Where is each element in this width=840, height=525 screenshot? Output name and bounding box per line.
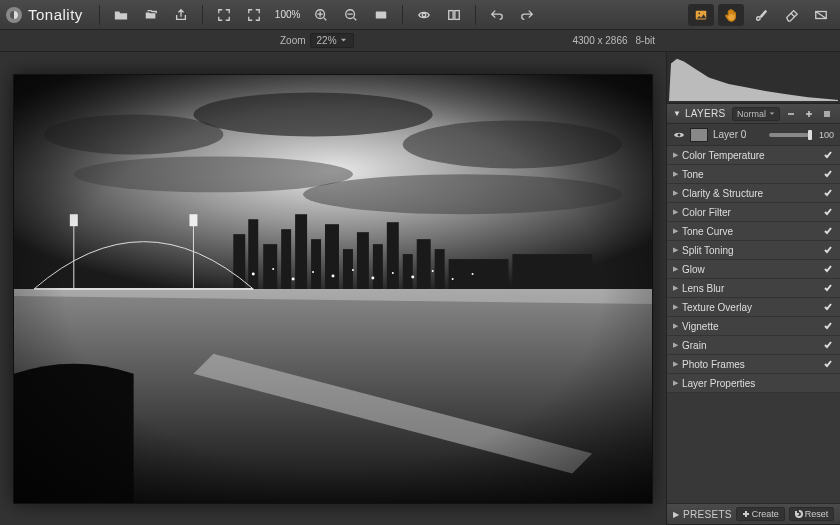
adjustment-checkbox[interactable] [822, 168, 834, 180]
layer-opacity-slider[interactable] [769, 133, 809, 137]
actual-size-button[interactable] [241, 4, 267, 26]
gradient-tool-button[interactable] [808, 4, 834, 26]
collapse-icon: ▼ [673, 109, 681, 118]
adjustment-checkbox[interactable] [822, 358, 834, 370]
chevron-right-icon: ▶ [673, 227, 678, 235]
chevron-right-icon: ▶ [673, 360, 678, 368]
chevron-right-icon: ▶ [673, 265, 678, 273]
export-button[interactable] [168, 4, 194, 26]
adjustment-label: Texture Overlay [682, 302, 818, 313]
layer-opacity-value: 100 [814, 130, 834, 140]
svg-rect-3 [376, 11, 387, 18]
redo-button[interactable] [514, 4, 540, 26]
zoom-out-button[interactable] [338, 4, 364, 26]
layers-header[interactable]: ▼ LAYERS Normal [667, 104, 840, 124]
brand: Tonality [6, 6, 83, 23]
adjustment-row[interactable]: ▶Clarity & Structure [667, 184, 840, 203]
preview-toggle-button[interactable] [411, 4, 437, 26]
chevron-right-icon: ▶ [673, 322, 678, 330]
adjustment-checkbox[interactable] [822, 301, 834, 313]
chevron-right-icon: ▶ [673, 208, 678, 216]
adjustment-row[interactable]: ▶Tone Curve [667, 222, 840, 241]
blend-mode-select[interactable]: Normal [732, 107, 780, 121]
chevron-right-icon: ▶ [673, 246, 678, 254]
chevron-right-icon: ▶ [673, 170, 678, 178]
compare-button[interactable] [441, 4, 467, 26]
expand-icon: ▶ [673, 510, 679, 519]
info-bar: Zoom 22% 4300 x 2866 8-bit [0, 30, 840, 52]
canvas-area[interactable] [0, 52, 666, 525]
eraser-tool-button[interactable] [778, 4, 804, 26]
main-toolbar: Tonality 100% [0, 0, 840, 30]
layer-name[interactable]: Layer 0 [713, 129, 764, 140]
adjustment-row[interactable]: ▶Texture Overlay [667, 298, 840, 317]
adjustment-checkbox[interactable] [822, 282, 834, 294]
brush-tool-button[interactable] [748, 4, 774, 26]
adjustment-label: Grain [682, 340, 818, 351]
layer-visibility-toggle[interactable] [673, 129, 685, 141]
zoom-in-button[interactable] [308, 4, 334, 26]
zoom-dropdown[interactable]: 22% [310, 33, 354, 48]
adjustment-label: Color Temperature [682, 150, 818, 161]
svg-point-51 [678, 133, 681, 136]
adjustment-row[interactable]: ▶Glow [667, 260, 840, 279]
adjustment-checkbox[interactable] [822, 225, 834, 237]
histogram[interactable] [667, 52, 840, 104]
adjustment-label: Tone Curve [682, 226, 818, 237]
chevron-right-icon: ▶ [673, 341, 678, 349]
adjustment-label: Split Toning [682, 245, 818, 256]
adjustment-checkbox[interactable] [822, 206, 834, 218]
layer-row[interactable]: Layer 0 100 [667, 124, 840, 146]
adjustment-row[interactable]: ▶Layer Properties [667, 374, 840, 393]
adjustment-checkbox[interactable] [822, 187, 834, 199]
hand-tool-button[interactable] [718, 4, 744, 26]
adjustments-list: ▶Color Temperature▶Tone▶Clarity & Struct… [667, 146, 840, 393]
adjustment-label: Lens Blur [682, 283, 818, 294]
adjustment-checkbox[interactable] [822, 320, 834, 332]
svg-point-8 [698, 12, 700, 14]
image-canvas[interactable] [13, 74, 653, 504]
adjustment-label: Photo Frames [682, 359, 818, 370]
chevron-right-icon: ▶ [673, 189, 678, 197]
adjustment-label: Vignette [682, 321, 818, 332]
image-dimensions: 4300 x 2866 [572, 35, 627, 46]
adjustment-row[interactable]: ▶Tone [667, 165, 840, 184]
adjustment-label: Color Filter [682, 207, 818, 218]
svg-rect-5 [449, 10, 453, 19]
zoom-100-button[interactable]: 100% [271, 4, 305, 26]
layer-thumbnail [690, 128, 708, 142]
presets-header[interactable]: ▶ PRESETS Create Reset [667, 503, 840, 525]
adjustment-label: Glow [682, 264, 818, 275]
brand-logo-icon [6, 7, 22, 23]
open-file-button[interactable] [108, 4, 134, 26]
presets-title: PRESETS [683, 509, 732, 520]
reset-preset-button[interactable]: Reset [789, 507, 835, 521]
chevron-right-icon: ▶ [673, 303, 678, 311]
fit-screen-button[interactable] [211, 4, 237, 26]
adjustment-row[interactable]: ▶Lens Blur [667, 279, 840, 298]
navigator-button[interactable] [368, 4, 394, 26]
adjustment-label: Layer Properties [682, 378, 818, 389]
adjustment-row[interactable]: ▶Split Toning [667, 241, 840, 260]
adjustment-row[interactable]: ▶Photo Frames [667, 355, 840, 374]
adjustment-label: Tone [682, 169, 818, 180]
adjustment-checkbox[interactable] [822, 339, 834, 351]
adjustment-row[interactable]: ▶Grain [667, 336, 840, 355]
svg-rect-50 [14, 74, 652, 503]
adjustment-checkbox[interactable] [822, 244, 834, 256]
adjustment-checkbox[interactable] [822, 377, 834, 389]
adjustment-checkbox[interactable] [822, 149, 834, 161]
undo-button[interactable] [484, 4, 510, 26]
add-layer-button[interactable] [802, 107, 816, 121]
layer-options-button[interactable] [820, 107, 834, 121]
layers-title: LAYERS [685, 108, 728, 119]
chevron-right-icon: ▶ [673, 379, 678, 387]
adjustment-row[interactable]: ▶Color Filter [667, 203, 840, 222]
delete-layer-button[interactable] [784, 107, 798, 121]
image-tool-button[interactable] [688, 4, 714, 26]
adjustment-row[interactable]: ▶Color Temperature [667, 146, 840, 165]
adjustment-row[interactable]: ▶Vignette [667, 317, 840, 336]
batch-button[interactable] [138, 4, 164, 26]
create-preset-button[interactable]: Create [736, 507, 785, 521]
adjustment-checkbox[interactable] [822, 263, 834, 275]
